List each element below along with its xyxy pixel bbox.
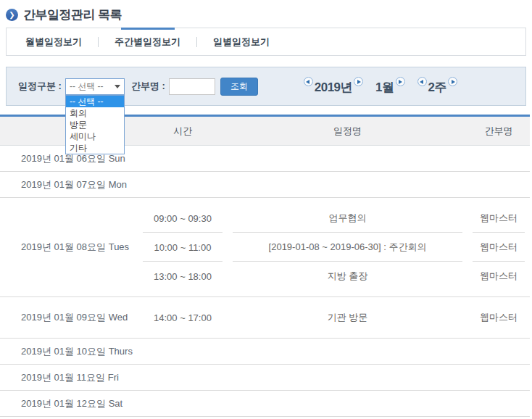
dropdown-option[interactable]: 방문 xyxy=(66,119,124,130)
empty-officer-cell xyxy=(467,172,530,197)
year-nav: 2019년 xyxy=(304,77,363,96)
empty-officer-cell xyxy=(467,339,530,364)
week-label: 2주 xyxy=(428,79,446,96)
empty-schedule-cell xyxy=(228,339,467,364)
entry-officer: 웹마스터 xyxy=(467,204,530,233)
page-title: 간부일정관리 목록 xyxy=(23,7,122,23)
schedule-type-select-wrap: -- 선택 -- -- 선택 --회의방문세미나기타 xyxy=(65,78,125,95)
empty-time-cell xyxy=(138,172,228,197)
prev-year-icon[interactable] xyxy=(304,77,313,86)
table-row: 2019년 01월 12요일 Sat xyxy=(0,391,530,417)
tab-label: 월별일정보기 xyxy=(25,36,82,49)
empty-schedule-cell xyxy=(228,365,467,390)
prev-week-icon[interactable] xyxy=(417,77,427,86)
empty-time-cell xyxy=(138,339,228,364)
officer-name-label: 간부명 : xyxy=(131,80,165,93)
col-header-schedule: 일정명 xyxy=(228,117,467,145)
empty-schedule-cell xyxy=(228,146,467,171)
entry-schedule: [2019-01-08 ~ 2019-06-30] : 주간회의 xyxy=(228,233,467,262)
table-row: 2019년 01월 10요일 Thurs xyxy=(0,339,530,365)
schedule-table: 시간 일정명 간부명 2019년 01월 06요일 Sun2019년 01월 0… xyxy=(0,115,530,417)
entry-schedule: 기관 방문 xyxy=(228,303,467,332)
col-header-officer: 간부명 xyxy=(467,117,530,145)
day-date: 2019년 01월 12요일 Sat xyxy=(0,391,138,416)
tab-monthly-view[interactable]: 월별일정보기 xyxy=(9,28,98,55)
day-date: 2019년 01월 10요일 Thurs xyxy=(0,339,138,364)
tab-label: 주간별일정보기 xyxy=(115,36,180,49)
table-row: 2019년 01월 07요일 Mon xyxy=(0,172,530,198)
filter-bar: 일정구분 : -- 선택 -- -- 선택 --회의방문세미나기타 간부명 : … xyxy=(6,67,526,106)
year-label: 2019년 xyxy=(315,79,352,96)
empty-officer-cell xyxy=(467,365,530,390)
schedule-type-label: 일정구분 : xyxy=(18,80,62,93)
officer-name-input[interactable] xyxy=(169,78,215,95)
entry-time: 10:00 ~ 11:00 xyxy=(138,233,228,262)
day-date: 2019년 01월 09요일 Wed xyxy=(0,311,138,324)
entry-time: 13:00 ~ 18:00 xyxy=(138,262,228,291)
entry-officer: 웹마스터 xyxy=(467,233,530,262)
next-year-icon[interactable] xyxy=(354,77,363,86)
schedule-type-select[interactable]: -- 선택 -- xyxy=(65,78,125,95)
table-row: 2019년 01월 08요일 Tues09:00 ~ 09:30업무협의웹마스터… xyxy=(0,198,530,297)
day-date: 2019년 01월 08요일 Tues xyxy=(0,241,138,254)
view-tabbar: 월별일정보기 주간별일정보기 일별일정보기 xyxy=(6,28,526,56)
week-nav: 2주 xyxy=(417,77,457,96)
date-navigation: 2019년 1월 2주 xyxy=(304,77,457,96)
empty-time-cell xyxy=(138,391,228,416)
entry-schedule: 지방 출장 xyxy=(228,262,467,291)
entry-time: 14:00 ~ 17:00 xyxy=(138,303,228,332)
empty-time-cell xyxy=(138,146,228,171)
schedule-table-body: 2019년 01월 06요일 Sun2019년 01월 07요일 Mon2019… xyxy=(0,146,530,417)
month-label: 1월 xyxy=(375,79,394,96)
schedule-type-dropdown-list: -- 선택 --회의방문세미나기타 xyxy=(65,95,125,154)
entry-time: 09:00 ~ 09:30 xyxy=(138,204,228,233)
month-nav: 1월 xyxy=(375,77,404,96)
entry-officer: 웹마스터 xyxy=(467,303,530,332)
entry-officer: 웹마스터 xyxy=(467,262,530,291)
search-button[interactable]: 조회 xyxy=(220,78,258,96)
dropdown-option[interactable]: 기타 xyxy=(66,142,124,154)
entry-schedule: 업무협의 xyxy=(228,204,467,233)
table-row: 2019년 01월 09요일 Wed14:00 ~ 17:00기관 방문웹마스터 xyxy=(0,297,530,339)
tab-weekly-view[interactable]: 주간별일정보기 xyxy=(99,28,196,55)
col-header-time: 시간 xyxy=(138,117,228,145)
empty-schedule-cell xyxy=(228,172,467,197)
empty-officer-cell xyxy=(467,391,530,416)
dropdown-option[interactable]: 세미나 xyxy=(66,130,124,142)
chevron-down-icon xyxy=(115,85,120,88)
page-header: ❯ 간부일정관리 목록 xyxy=(6,7,526,23)
tab-label: 일별일정보기 xyxy=(213,36,270,49)
next-week-icon[interactable] xyxy=(448,77,457,86)
title-arrow-icon: ❯ xyxy=(6,9,18,21)
table-row: 2019년 01월 11요일 Fri xyxy=(0,365,530,391)
empty-schedule-cell xyxy=(228,391,467,416)
next-month-icon[interactable] xyxy=(396,77,405,86)
empty-officer-cell xyxy=(467,146,530,171)
day-date: 2019년 01월 11요일 Fri xyxy=(0,365,138,390)
schedule-type-value: -- 선택 -- xyxy=(70,80,104,93)
day-date: 2019년 01월 07요일 Mon xyxy=(0,172,138,197)
empty-time-cell xyxy=(138,365,228,390)
dropdown-option[interactable]: -- 선택 -- xyxy=(66,96,124,107)
dropdown-option[interactable]: 회의 xyxy=(66,107,124,119)
tab-daily-view[interactable]: 일별일정보기 xyxy=(197,28,286,55)
